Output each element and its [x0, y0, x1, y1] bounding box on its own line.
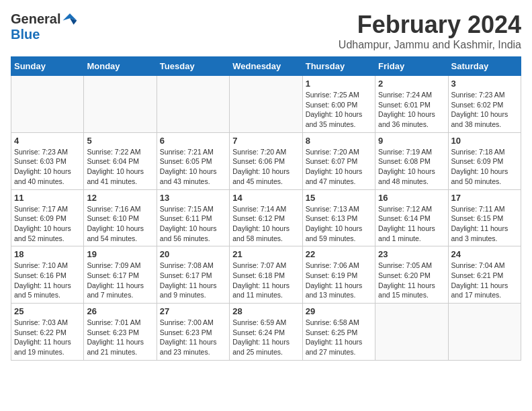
day-info: Sunrise: 7:05 AM Sunset: 6:20 PM Dayligh… [378, 261, 445, 300]
day-number: 26 [87, 306, 153, 316]
day-number: 2 [378, 79, 445, 89]
weekday-header: Sunday [11, 57, 84, 76]
calendar-cell: 29Sunrise: 6:58 AM Sunset: 6:25 PM Dayli… [302, 304, 375, 361]
calendar-cell: 27Sunrise: 7:00 AM Sunset: 6:23 PM Dayli… [157, 304, 229, 361]
calendar-cell: 16Sunrise: 7:12 AM Sunset: 6:14 PM Dayli… [375, 189, 448, 246]
calendar-cell [11, 76, 84, 133]
day-info: Sunrise: 7:08 AM Sunset: 6:17 PM Dayligh… [160, 261, 226, 300]
calendar-cell: 11Sunrise: 7:17 AM Sunset: 6:09 PM Dayli… [11, 189, 84, 246]
weekday-header: Saturday [448, 57, 521, 76]
day-info: Sunrise: 7:25 AM Sunset: 6:00 PM Dayligh… [306, 90, 372, 130]
calendar-cell: 17Sunrise: 7:11 AM Sunset: 6:15 PM Dayli… [448, 189, 521, 246]
day-number: 25 [14, 306, 81, 316]
calendar-cell: 20Sunrise: 7:08 AM Sunset: 6:17 PM Dayli… [157, 246, 229, 304]
title-block: February 2024 Udhampur, Jammu and Kashmi… [339, 11, 521, 51]
calendar-cell: 14Sunrise: 7:14 AM Sunset: 6:12 PM Dayli… [230, 189, 302, 246]
calendar-cell: 21Sunrise: 7:07 AM Sunset: 6:18 PM Dayli… [230, 246, 302, 304]
day-number: 24 [451, 249, 518, 259]
day-number: 7 [232, 136, 299, 146]
day-number: 20 [160, 249, 226, 259]
day-info: Sunrise: 7:14 AM Sunset: 6:12 PM Dayligh… [232, 204, 299, 244]
calendar-cell [84, 76, 157, 133]
day-info: Sunrise: 7:10 AM Sunset: 6:16 PM Dayligh… [14, 261, 81, 300]
day-info: Sunrise: 7:16 AM Sunset: 6:10 PM Dayligh… [87, 204, 153, 244]
day-number: 14 [232, 193, 299, 203]
day-info: Sunrise: 7:11 AM Sunset: 6:15 PM Dayligh… [451, 204, 518, 244]
calendar-cell [230, 76, 302, 133]
day-info: Sunrise: 6:58 AM Sunset: 6:25 PM Dayligh… [306, 318, 372, 357]
day-info: Sunrise: 7:13 AM Sunset: 6:13 PM Dayligh… [306, 204, 372, 244]
calendar-cell: 2Sunrise: 7:24 AM Sunset: 6:01 PM Daylig… [375, 76, 448, 133]
day-info: Sunrise: 7:15 AM Sunset: 6:11 PM Dayligh… [160, 204, 226, 244]
day-info: Sunrise: 7:06 AM Sunset: 6:19 PM Dayligh… [306, 261, 372, 300]
calendar-cell [157, 76, 229, 133]
day-info: Sunrise: 7:23 AM Sunset: 6:02 PM Dayligh… [451, 90, 518, 130]
calendar-week-row: 18Sunrise: 7:10 AM Sunset: 6:16 PM Dayli… [11, 246, 521, 304]
calendar-table: SundayMondayTuesdayWednesdayThursdayFrid… [11, 56, 521, 361]
calendar-cell: 5Sunrise: 7:22 AM Sunset: 6:04 PM Daylig… [84, 132, 157, 189]
calendar-cell: 7Sunrise: 7:20 AM Sunset: 6:06 PM Daylig… [230, 132, 302, 189]
day-info: Sunrise: 7:24 AM Sunset: 6:01 PM Dayligh… [378, 90, 445, 130]
day-info: Sunrise: 7:00 AM Sunset: 6:23 PM Dayligh… [160, 318, 226, 357]
day-number: 18 [14, 249, 81, 259]
calendar-cell: 24Sunrise: 7:04 AM Sunset: 6:21 PM Dayli… [448, 246, 521, 304]
day-info: Sunrise: 7:21 AM Sunset: 6:05 PM Dayligh… [160, 147, 226, 187]
day-number: 12 [87, 193, 153, 203]
day-info: Sunrise: 7:03 AM Sunset: 6:22 PM Dayligh… [14, 318, 81, 357]
day-number: 28 [232, 306, 299, 316]
day-number: 3 [451, 79, 518, 89]
location-title: Udhampur, Jammu and Kashmir, India [339, 39, 521, 51]
weekday-header: Monday [84, 57, 157, 76]
day-number: 10 [451, 136, 518, 146]
day-info: Sunrise: 7:04 AM Sunset: 6:21 PM Dayligh… [451, 261, 518, 300]
logo-blue-text: Blue [11, 27, 40, 42]
calendar-week-row: 25Sunrise: 7:03 AM Sunset: 6:22 PM Dayli… [11, 304, 521, 361]
day-info: Sunrise: 7:09 AM Sunset: 6:17 PM Dayligh… [87, 261, 153, 300]
calendar-cell: 6Sunrise: 7:21 AM Sunset: 6:05 PM Daylig… [157, 132, 229, 189]
calendar-cell: 19Sunrise: 7:09 AM Sunset: 6:17 PM Dayli… [84, 246, 157, 304]
weekday-header: Thursday [302, 57, 375, 76]
logo: General Blue [11, 11, 78, 42]
calendar-cell: 1Sunrise: 7:25 AM Sunset: 6:00 PM Daylig… [302, 76, 375, 133]
day-number: 23 [378, 249, 445, 259]
calendar-week-row: 1Sunrise: 7:25 AM Sunset: 6:00 PM Daylig… [11, 76, 521, 133]
calendar-cell: 23Sunrise: 7:05 AM Sunset: 6:20 PM Dayli… [375, 246, 448, 304]
day-info: Sunrise: 7:01 AM Sunset: 6:23 PM Dayligh… [87, 318, 153, 357]
day-info: Sunrise: 7:12 AM Sunset: 6:14 PM Dayligh… [378, 204, 445, 244]
calendar-week-row: 11Sunrise: 7:17 AM Sunset: 6:09 PM Dayli… [11, 189, 521, 246]
day-number: 1 [306, 79, 372, 89]
calendar-cell: 26Sunrise: 7:01 AM Sunset: 6:23 PM Dayli… [84, 304, 157, 361]
day-number: 6 [160, 136, 226, 146]
calendar-cell: 8Sunrise: 7:20 AM Sunset: 6:07 PM Daylig… [302, 132, 375, 189]
day-number: 22 [306, 249, 372, 259]
calendar-cell: 13Sunrise: 7:15 AM Sunset: 6:11 PM Dayli… [157, 189, 229, 246]
day-number: 9 [378, 136, 445, 146]
day-number: 11 [14, 193, 81, 203]
day-info: Sunrise: 7:20 AM Sunset: 6:07 PM Dayligh… [306, 147, 372, 187]
day-info: Sunrise: 7:17 AM Sunset: 6:09 PM Dayligh… [14, 204, 81, 244]
calendar-cell: 15Sunrise: 7:13 AM Sunset: 6:13 PM Dayli… [302, 189, 375, 246]
calendar-cell: 9Sunrise: 7:19 AM Sunset: 6:08 PM Daylig… [375, 132, 448, 189]
day-number: 17 [451, 193, 518, 203]
calendar-cell [375, 304, 448, 361]
day-info: Sunrise: 7:22 AM Sunset: 6:04 PM Dayligh… [87, 147, 153, 187]
calendar-cell: 22Sunrise: 7:06 AM Sunset: 6:19 PM Dayli… [302, 246, 375, 304]
calendar-cell: 28Sunrise: 6:59 AM Sunset: 6:24 PM Dayli… [230, 304, 302, 361]
day-number: 5 [87, 136, 153, 146]
calendar-cell [448, 304, 521, 361]
weekday-header: Friday [375, 57, 448, 76]
calendar-cell: 4Sunrise: 7:23 AM Sunset: 6:03 PM Daylig… [11, 132, 84, 189]
day-number: 8 [306, 136, 372, 146]
weekday-header: Tuesday [157, 57, 229, 76]
month-title: February 2024 [339, 11, 521, 39]
weekday-header: Wednesday [230, 57, 302, 76]
calendar-cell: 3Sunrise: 7:23 AM Sunset: 6:02 PM Daylig… [448, 76, 521, 133]
day-number: 13 [160, 193, 226, 203]
calendar-cell: 25Sunrise: 7:03 AM Sunset: 6:22 PM Dayli… [11, 304, 84, 361]
svg-marker-0 [63, 13, 77, 20]
day-number: 19 [87, 249, 153, 259]
page-header: General Blue February 2024 Udhampur, Jam… [11, 11, 521, 51]
day-number: 29 [306, 306, 372, 316]
weekday-header-row: SundayMondayTuesdayWednesdayThursdayFrid… [11, 57, 521, 76]
day-info: Sunrise: 7:23 AM Sunset: 6:03 PM Dayligh… [14, 147, 81, 187]
